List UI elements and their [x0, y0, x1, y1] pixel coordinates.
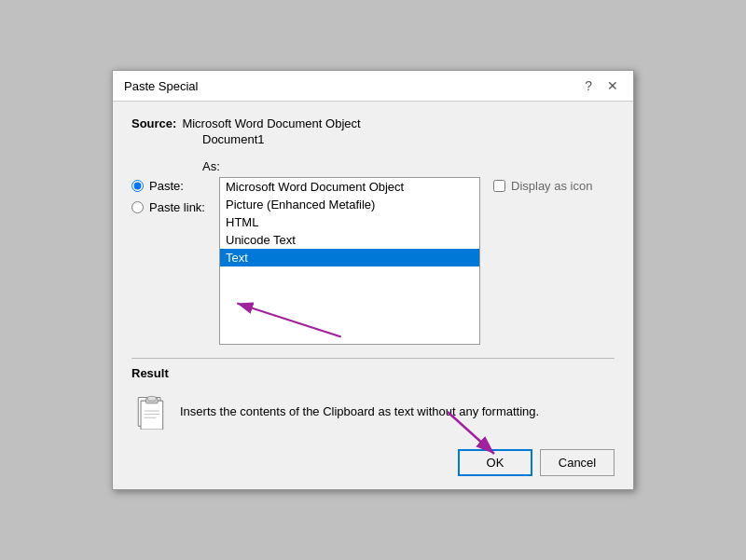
title-bar: Paste Special ? ✕ [113, 71, 633, 102]
clipboard-svg [133, 392, 167, 430]
paste-options: Paste: Paste link: [131, 177, 206, 214]
button-row: OK Cancel [131, 449, 615, 476]
paste-label: Paste: [149, 179, 184, 193]
result-content: Inserts the contents of the Clipboard as… [131, 388, 615, 434]
right-panel: Display as icon [493, 177, 615, 193]
list-item[interactable]: Microsoft Word Document Object [220, 178, 479, 196]
paste-special-dialog: Paste Special ? ✕ Source: Microsoft Word… [112, 70, 634, 490]
dialog-body: Source: Microsoft Word Document Object D… [113, 102, 633, 489]
paste-link-label: Paste link: [149, 200, 205, 214]
source-section: Source: Microsoft Word Document Object D… [131, 116, 615, 146]
paste-link-radio[interactable] [131, 201, 144, 213]
display-as-icon-label[interactable]: Display as icon [493, 179, 615, 193]
source-value: Microsoft Word Document Object [182, 116, 360, 130]
source-document: Document1 [202, 132, 615, 146]
button-section: OK Cancel [131, 449, 615, 476]
cancel-button[interactable]: Cancel [540, 449, 615, 476]
source-label: Source: [131, 116, 176, 130]
list-item-text-selected[interactable]: Text [220, 249, 479, 266]
paste-radio[interactable] [131, 180, 144, 192]
paste-radio-label[interactable]: Paste: [131, 179, 206, 193]
source-line: Source: Microsoft Word Document Object [131, 116, 615, 130]
list-item[interactable]: HTML [220, 213, 479, 231]
svg-rect-5 [147, 397, 156, 402]
help-button[interactable]: ? [581, 78, 596, 93]
display-as-icon-checkbox[interactable] [493, 180, 505, 192]
svg-rect-3 [141, 401, 163, 430]
result-section: Result [131, 366, 615, 434]
title-bar-controls: ? ✕ [581, 78, 622, 93]
result-description: Inserts the contents of the Clipboard as… [180, 404, 539, 418]
display-as-icon-text: Display as icon [511, 179, 592, 193]
as-list-box[interactable]: Microsoft Word Document Object Picture (… [219, 177, 480, 345]
ok-button[interactable]: OK [458, 449, 532, 476]
as-label: As: [202, 159, 615, 173]
list-item[interactable]: Unicode Text [220, 231, 479, 249]
divider [131, 358, 615, 359]
main-row: Paste: Paste link: Microsoft Word Docume… [131, 177, 615, 345]
as-list-container: Microsoft Word Document Object Picture (… [219, 177, 480, 345]
list-item[interactable]: Picture (Enhanced Metafile) [220, 196, 479, 213]
close-button[interactable]: ✕ [603, 78, 622, 93]
clipboard-icon [131, 392, 169, 430]
main-section: Paste: Paste link: Microsoft Word Docume… [131, 177, 615, 345]
dialog-title: Paste Special [124, 79, 199, 93]
result-title: Result [131, 366, 615, 380]
paste-link-radio-label[interactable]: Paste link: [131, 200, 206, 214]
